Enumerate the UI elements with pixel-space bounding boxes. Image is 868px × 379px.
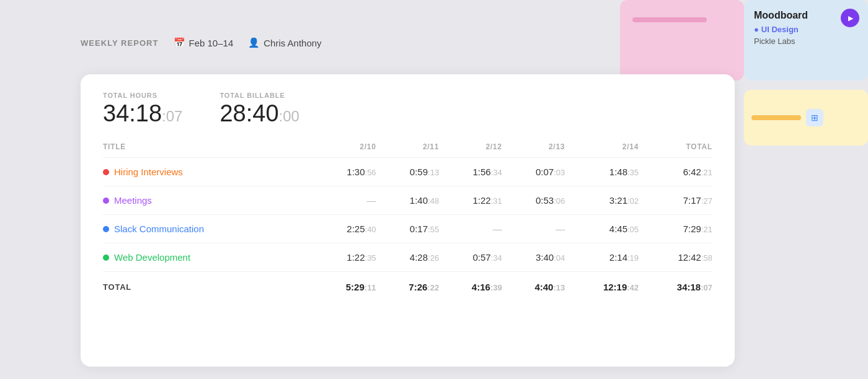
- cell-d12: 1:56:34: [439, 158, 502, 186]
- total-hours-item: TOTAL HOURS 34:18:07: [103, 92, 182, 125]
- total-hours-sec: :07: [162, 108, 182, 124]
- totals-d13: 4:40:13: [502, 272, 565, 302]
- cell-d11: 1:40:48: [376, 186, 440, 215]
- date-range: 📅 Feb 10–14: [174, 37, 234, 48]
- project-name-cell[interactable]: Meetings: [103, 186, 313, 215]
- cell-d14: 4:45:05: [565, 215, 639, 243]
- col-213: 2/13: [502, 142, 565, 158]
- bg-card-yellow: ⊞: [744, 90, 868, 146]
- cell-d11: 4:28:26: [376, 243, 440, 272]
- yellow-icon: ⊞: [806, 109, 823, 126]
- col-214: 2/14: [565, 142, 639, 158]
- total-hours-label: TOTAL HOURS: [103, 92, 182, 99]
- cell-d13: 0:07:03: [502, 158, 565, 186]
- bg-card-pink: [620, 0, 744, 81]
- cell-d14: 2:14:19: [565, 243, 639, 272]
- col-title: TITLE: [103, 142, 313, 158]
- cell-d14: 3:21:02: [565, 186, 639, 215]
- cell-d10: 1:30:56: [313, 158, 376, 186]
- cell-d13: 3:40:04: [502, 243, 565, 272]
- total-hours-value: 34:18:07: [103, 102, 182, 125]
- report-header: WEEKLY REPORT 📅 Feb 10–14 👤 Chris Anthon…: [81, 37, 322, 48]
- total-billable-sec: :00: [279, 108, 299, 124]
- project-name-cell[interactable]: Web Development: [103, 243, 313, 272]
- cell-total: 6:42:21: [639, 158, 712, 186]
- main-report-card: TOTAL HOURS 34:18:07 TOTAL BILLABLE 28:4…: [81, 74, 735, 367]
- project-name-cell[interactable]: Slack Communication: [103, 215, 313, 243]
- totals-d11: 7:26:22: [376, 272, 440, 302]
- totals-total: 34:18:07: [639, 272, 712, 302]
- report-table: TITLE 2/10 2/11 2/12 2/13 2/14 TOTAL Hir…: [103, 142, 712, 301]
- col-total: TOTAL: [639, 142, 712, 158]
- calendar-icon: 📅: [174, 37, 185, 48]
- cell-total: 12:42:58: [639, 243, 712, 272]
- totals-d14: 12:19:42: [565, 272, 639, 302]
- total-billable-label: TOTAL BILLABLE: [219, 92, 299, 99]
- table-row: Slack Communication 2:25:40 0:17:55 — — …: [103, 215, 712, 243]
- totals-d10: 5:29:11: [313, 272, 376, 302]
- cell-d13: —: [502, 215, 565, 243]
- weekly-report-label: WEEKLY REPORT: [81, 38, 159, 48]
- project-name-cell[interactable]: Hiring Interviews: [103, 158, 313, 186]
- table-row: Hiring Interviews 1:30:56 0:59:13 1:56:3…: [103, 158, 712, 186]
- date-range-text: Feb 10–14: [189, 38, 234, 48]
- total-billable-item: TOTAL BILLABLE 28:40:00: [219, 92, 299, 125]
- col-212: 2/12: [439, 142, 502, 158]
- bg-card-blue: Moodboard UI Design Pickle Labs: [744, 0, 868, 81]
- moodboard-company: Pickle Labs: [754, 37, 858, 46]
- total-billable-value: 28:40:00: [219, 102, 299, 125]
- cell-total: 7:17:27: [639, 186, 712, 215]
- table-header-row: TITLE 2/10 2/11 2/12 2/13 2/14 TOTAL: [103, 142, 712, 158]
- person-icon: 👤: [248, 37, 260, 48]
- totals-row: TOTAL 5:29:11 7:26:22 4:16:39 4:40:13 12…: [103, 272, 712, 302]
- cell-d10: —: [313, 186, 376, 215]
- summary-row: TOTAL HOURS 34:18:07 TOTAL BILLABLE 28:4…: [103, 92, 712, 125]
- total-hours-main: 34:18: [103, 100, 162, 126]
- person-filter[interactable]: 👤 Chris Anthony: [248, 37, 321, 48]
- pink-bar: [632, 17, 707, 22]
- cell-d11: 0:17:55: [376, 215, 440, 243]
- cell-d14: 1:48:35: [565, 158, 639, 186]
- col-211: 2/11: [376, 142, 440, 158]
- cell-d11: 0:59:13: [376, 158, 440, 186]
- cell-d13: 0:53:06: [502, 186, 565, 215]
- cell-d12: —: [439, 215, 502, 243]
- cell-d12: 0:57:34: [439, 243, 502, 272]
- play-button[interactable]: [841, 9, 859, 27]
- person-name: Chris Anthony: [264, 38, 321, 48]
- table-row: Meetings — 1:40:48 1:22:31 0:53:06 3:21:…: [103, 186, 712, 215]
- table-row: Web Development 1:22:35 4:28:26 0:57:34 …: [103, 243, 712, 272]
- col-210: 2/10: [313, 142, 376, 158]
- totals-d12: 4:16:39: [439, 272, 502, 302]
- cell-d10: 1:22:35: [313, 243, 376, 272]
- total-billable-main: 28:40: [219, 100, 278, 126]
- cell-total: 7:29:21: [639, 215, 712, 243]
- cell-d10: 2:25:40: [313, 215, 376, 243]
- moodboard-project: UI Design: [754, 25, 858, 34]
- totals-label: TOTAL: [103, 272, 313, 302]
- yellow-bar: [751, 115, 801, 120]
- cell-d12: 1:22:31: [439, 186, 502, 215]
